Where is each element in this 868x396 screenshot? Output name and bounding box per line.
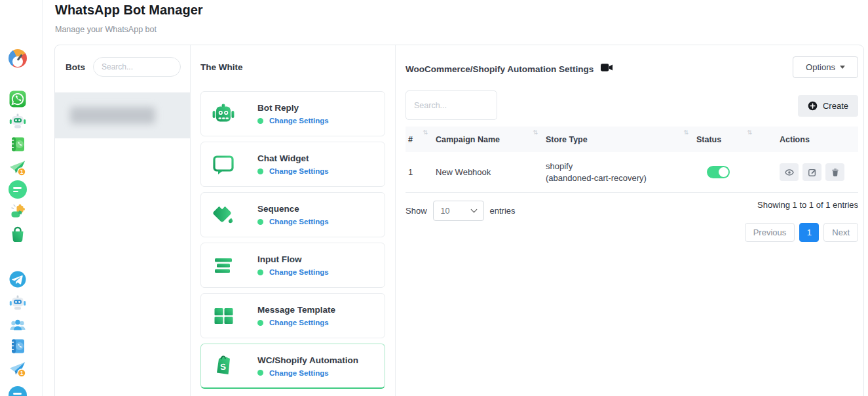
eye-icon (785, 168, 794, 177)
card-input-flow[interactable]: Input Flow Change Settings (200, 243, 385, 288)
card-message-template[interactable]: Message Template Change Settings (200, 293, 385, 338)
robot-icon (210, 102, 236, 127)
plus-circle-icon (808, 101, 818, 111)
page-subtitle: Manage your WhatsApp bot (55, 25, 157, 34)
section-title: WooCommerce/Shopify Automation Settings (406, 64, 594, 74)
sort-icon: ⇅ (423, 129, 428, 136)
automation-table: #⇅ Campaign Name⇅ Store Type⇅ Status⇅ Ac… (406, 127, 858, 193)
sort-icon: ⇅ (747, 129, 752, 136)
status-dot (257, 269, 263, 275)
whatsapp-chat-icon[interactable] (9, 180, 27, 199)
delete-button[interactable] (825, 163, 844, 181)
status-dot (257, 320, 263, 326)
card-bot-reply[interactable]: Bot Reply Change Settings (200, 91, 385, 136)
card-sequence[interactable]: Sequence Change Settings (200, 192, 385, 237)
whatsapp-contacts-icon[interactable] (9, 135, 27, 153)
table-row: 1 New Webhook shopify (abandoned-cart-re… (406, 152, 858, 193)
svg-text:S: S (220, 362, 227, 372)
telegram-chat-icon[interactable] (9, 386, 27, 396)
trash-icon (831, 168, 840, 177)
change-settings-link[interactable]: Change Settings (269, 167, 329, 175)
card-title: Bot Reply (257, 103, 329, 113)
shop-icon[interactable] (9, 226, 27, 244)
previous-page-button[interactable]: Previous (745, 223, 795, 242)
whatsapp-campaign-icon[interactable]: 1 (9, 159, 27, 177)
card-chat-widget[interactable]: Chat Widget Change Settings (200, 142, 385, 187)
svg-text:1: 1 (20, 370, 24, 376)
chevron-down-icon (840, 66, 845, 69)
edit-icon (808, 168, 817, 177)
card-title: WC/Shopify Automation (257, 355, 358, 365)
grid-icon (210, 304, 236, 328)
bot-list-item-selected[interactable] (55, 92, 190, 138)
bot-menu-column: The White Bot Reply Change Settings (191, 45, 396, 396)
telegram-campaign-icon[interactable]: 1 (9, 360, 27, 378)
store-type-cell: shopify (abandoned-cart-recovery) (543, 161, 694, 184)
pagination: Previous 1 Next (745, 223, 858, 242)
status-toggle[interactable] (707, 166, 730, 178)
table-header-row: #⇅ Campaign Name⇅ Store Type⇅ Status⇅ Ac… (406, 127, 858, 152)
bots-search-input[interactable] (93, 57, 181, 77)
col-header-store-type[interactable]: Store Type⇅ (543, 127, 694, 152)
page-1-button[interactable]: 1 (799, 223, 819, 242)
sort-icon: ⇅ (533, 129, 538, 136)
chevron-down-icon (470, 207, 477, 213)
automation-settings-column: WooCommerce/Shopify Automation Settings … (396, 45, 863, 396)
page-size-control: Show 10 entries (406, 201, 516, 221)
bots-label: Bots (66, 62, 85, 72)
telegram-icon[interactable] (9, 270, 27, 288)
svg-text:1: 1 (20, 168, 24, 175)
integration-icon[interactable] (9, 202, 27, 220)
status-dot (257, 370, 263, 376)
change-settings-link[interactable]: Change Settings (269, 218, 329, 226)
actions-cell (777, 163, 858, 181)
entries-label: entries (490, 206, 516, 216)
edit-button[interactable] (802, 163, 821, 181)
col-header-actions: Actions (777, 127, 858, 152)
table-search-input[interactable] (406, 90, 497, 120)
status-dot (257, 168, 263, 174)
campaign-name-cell: New Webhook (433, 167, 543, 177)
view-button[interactable] (780, 163, 799, 181)
app-icon-rail: 1 (0, 0, 43, 396)
show-label: Show (406, 206, 427, 216)
status-cell (694, 166, 777, 178)
col-header-campaign-name[interactable]: Campaign Name⇅ (433, 127, 543, 152)
card-title: Input Flow (257, 254, 329, 264)
dashboard-icon[interactable] (9, 49, 27, 68)
create-button[interactable]: Create (798, 95, 858, 117)
whatsapp-icon[interactable] (9, 90, 27, 108)
card-title: Chat Widget (257, 153, 329, 163)
shopify-icon: S (210, 353, 236, 378)
row-index: 1 (406, 167, 433, 177)
change-settings-link[interactable]: Change Settings (269, 268, 329, 276)
sort-icon: ⇅ (683, 129, 689, 136)
main-panel: Bots The White Bot Reply (54, 45, 864, 396)
change-settings-link[interactable]: Change Settings (269, 117, 329, 125)
options-button[interactable]: Options (793, 56, 858, 78)
whatsapp-bot-icon[interactable] (9, 111, 27, 130)
bots-column: Bots (55, 45, 191, 396)
change-settings-link[interactable]: Change Settings (269, 369, 329, 377)
card-title: Message Template (257, 305, 335, 315)
change-settings-link[interactable]: Change Settings (269, 319, 329, 327)
video-camera-icon[interactable] (601, 63, 613, 75)
bot-name-heading: The White (200, 62, 385, 72)
page-size-select[interactable]: 10 (433, 201, 484, 221)
status-dot (257, 219, 263, 225)
chat-bubble-icon (210, 152, 236, 177)
next-page-button[interactable]: Next (823, 223, 858, 242)
col-header-index[interactable]: #⇅ (406, 127, 433, 152)
card-wc-shopify-automation[interactable]: S WC/Shopify Automation Change Settings (200, 344, 385, 389)
card-title: Sequence (257, 204, 329, 214)
entries-summary: Showing 1 to 1 of 1 entries (757, 200, 858, 210)
status-dot (257, 118, 263, 124)
telegram-group-icon[interactable] (9, 316, 27, 334)
telegram-contacts-icon[interactable] (9, 337, 27, 355)
col-header-status[interactable]: Status⇅ (694, 127, 777, 152)
telegram-bot-icon[interactable] (9, 293, 27, 311)
bars-icon (210, 253, 236, 278)
bot-name-redacted (70, 107, 155, 124)
paint-bucket-icon (210, 203, 236, 228)
page-title: WhatsApp Bot Manager (55, 3, 203, 18)
